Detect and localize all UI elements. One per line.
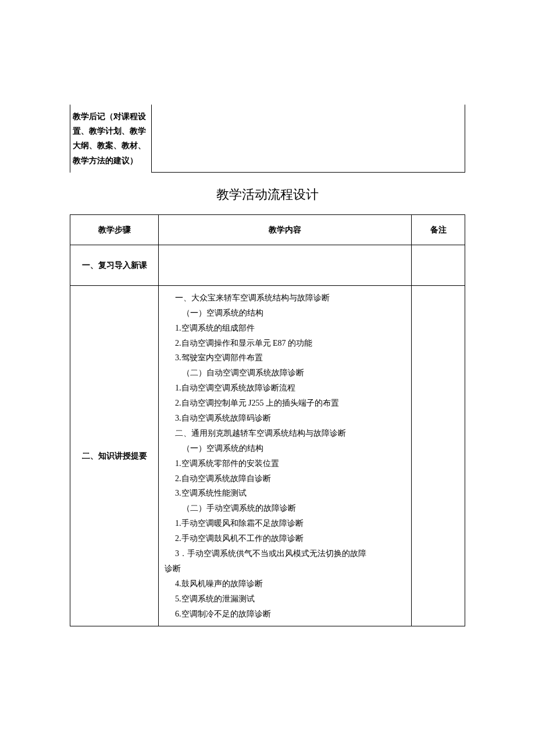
content-cell-2: 一、大众宝来轿车空调系统结构与故障诊断 （一）空调系统的结构 1.空调系统的组成… bbox=[159, 285, 412, 626]
header-content: 教学内容 bbox=[159, 214, 412, 245]
postscript-content bbox=[152, 105, 465, 173]
activity-flow-table: 教学步骤 教学内容 备注 一、复习导入新课 二、知识讲授提要 一、大众宝来轿车空… bbox=[70, 214, 465, 627]
content-line: 3.驾驶室内空调部件布置 bbox=[165, 350, 405, 366]
content-line: （二）手动空调系统的故障诊断 bbox=[165, 501, 405, 516]
content-line: （二）自动空调空调系统故障诊断 bbox=[165, 366, 405, 381]
table-row: 一、复习导入新课 bbox=[70, 245, 465, 285]
content-line: 4.鼓风机噪声的故障诊断 bbox=[165, 576, 405, 592]
content-line: 2.自动空调控制单元 J255 上的插头端子的布置 bbox=[165, 396, 405, 411]
content-line: 诊断 bbox=[165, 561, 405, 576]
content-lines: 一、大众宝来轿车空调系统结构与故障诊断 （一）空调系统的结构 1.空调系统的组成… bbox=[165, 291, 405, 622]
content-line: 二、通用别克凯越轿车空调系统结构与故障诊断 bbox=[165, 426, 405, 441]
content-line: 3.空调系统性能测试 bbox=[165, 486, 405, 501]
postscript-table: 教学后记（对课程设置、教学计划、教学大纲、教案、教材、教学方法的建议） bbox=[70, 105, 465, 173]
content-line: 2.自动空调操作和显示单元 E87 的功能 bbox=[165, 336, 405, 351]
step-cell-2: 二、知识讲授提要 bbox=[70, 285, 159, 626]
content-line: 1.手动空调暖风和除霜不足故障诊断 bbox=[165, 516, 405, 531]
note-cell-1 bbox=[412, 245, 465, 285]
content-line: 一、大众宝来轿车空调系统结构与故障诊断 bbox=[165, 291, 405, 306]
content-line: 2.手动空调鼓风机不工作的故障诊断 bbox=[165, 531, 405, 546]
table-row: 二、知识讲授提要 一、大众宝来轿车空调系统结构与故障诊断 （一）空调系统的结构 … bbox=[70, 285, 465, 626]
content-line: 1.空调系统的组成部件 bbox=[165, 321, 405, 336]
content-line: （一）空调系统的结构 bbox=[165, 441, 405, 456]
header-step: 教学步骤 bbox=[70, 214, 159, 245]
content-line: 1.空调系统零部件的安装位置 bbox=[165, 456, 405, 471]
content-line: （一）空调系统的结构 bbox=[165, 306, 405, 321]
header-note: 备注 bbox=[412, 214, 465, 245]
step-cell-1: 一、复习导入新课 bbox=[70, 245, 159, 285]
content-line: 5.空调系统的泄漏测试 bbox=[165, 592, 405, 607]
content-line: 3.自动空调系统故障码诊断 bbox=[165, 411, 405, 426]
postscript-label: 教学后记（对课程设置、教学计划、教学大纲、教案、教材、教学方法的建议） bbox=[70, 105, 152, 173]
content-line: 3．手动空调系统供气不当或出风模式无法切换的故障 bbox=[165, 546, 405, 561]
section-title: 教学活动流程设计 bbox=[70, 183, 465, 206]
content-cell-1 bbox=[159, 245, 412, 285]
table-header-row: 教学步骤 教学内容 备注 bbox=[70, 214, 465, 245]
content-line: 1.自动空调空调系统故障诊断流程 bbox=[165, 381, 405, 396]
note-cell-2 bbox=[412, 285, 465, 626]
content-line: 6.空调制冷不足的故障诊断 bbox=[165, 607, 405, 622]
content-line: 2.自动空调系统故障自诊断 bbox=[165, 471, 405, 486]
